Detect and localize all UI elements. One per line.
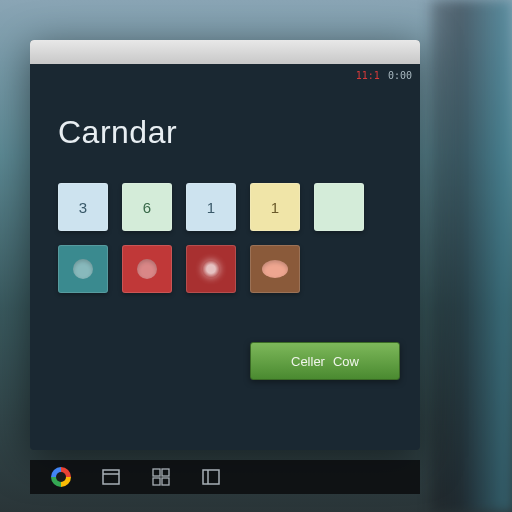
status-clock: 0:00 <box>388 70 412 81</box>
taskbar <box>30 460 420 494</box>
chrome-icon <box>51 467 71 487</box>
app-title: Carndar <box>58 114 392 151</box>
tile-label: 6 <box>143 199 151 216</box>
svg-rect-2 <box>153 469 160 476</box>
flower-icon <box>201 259 221 279</box>
tile-7[interactable] <box>186 245 236 293</box>
tile-8[interactable] <box>250 245 300 293</box>
tile-label: 1 <box>207 199 215 216</box>
svg-rect-3 <box>162 469 169 476</box>
status-code: 11:1 <box>356 70 380 81</box>
circle-icon <box>73 259 93 279</box>
grid-row-2 <box>58 245 392 293</box>
circle-icon <box>137 259 157 279</box>
tile-label: 3 <box>79 199 87 216</box>
desktop-background-right <box>427 0 512 512</box>
tile-label: 1 <box>271 199 279 216</box>
panel-icon <box>202 468 220 486</box>
primary-action-button[interactable]: Celler Cow <box>250 342 400 380</box>
tile-4[interactable] <box>314 183 364 231</box>
svg-rect-5 <box>162 478 169 485</box>
tile-1[interactable]: 6 <box>122 183 172 231</box>
grid-icon <box>152 468 170 486</box>
taskbar-app-icon-1[interactable] <box>100 466 122 488</box>
tile-6[interactable] <box>122 245 172 293</box>
taskbar-chrome-icon[interactable] <box>50 466 72 488</box>
tile-5[interactable] <box>58 245 108 293</box>
status-area: 11:1 0:00 <box>356 70 412 81</box>
action-label-secondary: Cow <box>333 354 359 369</box>
svg-rect-4 <box>153 478 160 485</box>
window-icon <box>102 468 120 486</box>
app-window: 11:1 0:00 Carndar 3 6 1 1 <box>30 40 420 450</box>
window-content: Carndar 3 6 1 1 <box>30 64 420 313</box>
svg-rect-6 <box>203 470 219 484</box>
oval-icon <box>262 260 288 278</box>
grid-row-1: 3 6 1 1 <box>58 183 392 231</box>
tile-2[interactable]: 1 <box>186 183 236 231</box>
taskbar-app-icon-3[interactable] <box>200 466 222 488</box>
taskbar-app-icon-2[interactable] <box>150 466 172 488</box>
window-titlebar[interactable] <box>30 40 420 64</box>
tile-0[interactable]: 3 <box>58 183 108 231</box>
tile-3[interactable]: 1 <box>250 183 300 231</box>
svg-rect-0 <box>103 470 119 484</box>
action-label-primary: Celler <box>291 354 325 369</box>
tile-grid: 3 6 1 1 <box>58 183 392 293</box>
